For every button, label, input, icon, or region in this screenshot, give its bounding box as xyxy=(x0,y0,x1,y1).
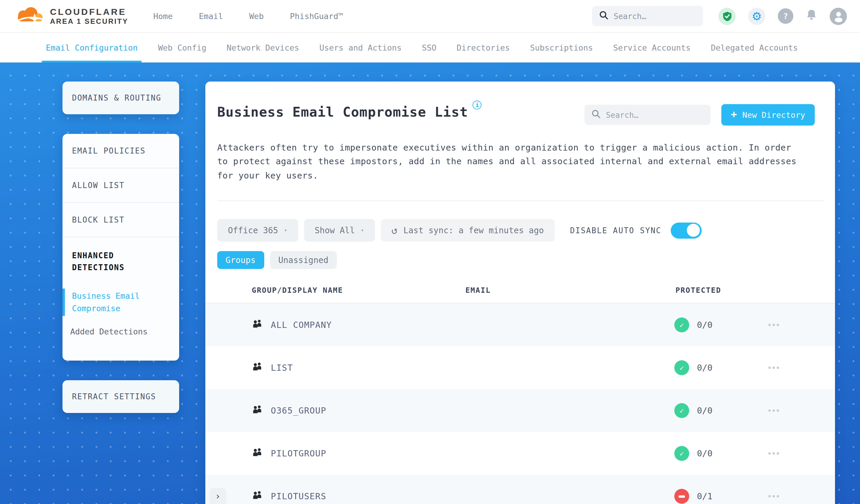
sidebar-item-business-email-compromise[interactable]: Business Email Compromise xyxy=(62,289,179,316)
tab-sso[interactable]: SSO xyxy=(412,33,447,62)
table-row[interactable]: O365_GROUP ✓ 0/0 xyxy=(205,389,835,432)
last-sync-text: Last sync: a few minutes ago xyxy=(403,226,544,235)
row-actions-button[interactable] xyxy=(768,410,771,412)
expand-row-button[interactable]: › xyxy=(210,488,226,504)
notifications-bell-icon[interactable] xyxy=(806,9,817,23)
column-group-display-name: GROUP/DISPLAY NAME xyxy=(252,286,343,295)
main-panel: Business Email Compromise Listi Search… … xyxy=(205,82,835,504)
protected-count: 0/1 xyxy=(697,492,713,501)
group-icon xyxy=(252,362,263,374)
sidebar-item-block-list[interactable]: BLOCK LIST xyxy=(62,203,179,237)
group-icon xyxy=(252,405,263,417)
refresh-icon[interactable]: ↺ xyxy=(391,225,398,236)
sidebar-item-domains-routing[interactable]: DOMAINS & ROUTING xyxy=(62,82,179,114)
search-icon xyxy=(599,11,608,22)
info-icon[interactable]: i xyxy=(473,101,482,110)
app-root: CLOUDFLARE AREA 1 SECURITY Home Email We… xyxy=(0,0,860,504)
unprotected-minus-badge xyxy=(674,489,689,504)
content-area: DOMAINS & ROUTING EMAIL POLICIES ALLOW L… xyxy=(0,62,860,504)
table-row[interactable]: › PILOTUSERS 0/1 xyxy=(205,475,835,504)
list-search-placeholder: Search… xyxy=(606,110,639,119)
tab-groups[interactable]: Groups xyxy=(217,251,264,269)
global-search-placeholder: Search… xyxy=(614,12,646,20)
sidebar-item-added-detections[interactable]: Added Detections xyxy=(62,324,179,339)
column-protected: PROTECTED xyxy=(675,286,721,295)
search-icon xyxy=(591,109,601,120)
topbar: CLOUDFLARE AREA 1 SECURITY Home Email We… xyxy=(0,0,860,33)
cloudflare-cloud-icon xyxy=(13,5,44,27)
row-actions-button[interactable] xyxy=(768,367,771,369)
group-name: LIST xyxy=(271,363,293,373)
settings-gear-icon[interactable]: ⚙ xyxy=(748,8,765,25)
protected-count: 0/0 xyxy=(697,320,713,330)
plus-icon: + xyxy=(731,108,737,120)
protected-count: 0/0 xyxy=(697,363,713,373)
group-name: PILOTUSERS xyxy=(271,492,327,501)
sidebar-item-allow-list[interactable]: ALLOW LIST xyxy=(62,168,179,203)
protected-check-badge: ✓ xyxy=(674,403,689,418)
column-email: EMAIL xyxy=(465,286,491,295)
sidebar: DOMAINS & ROUTING EMAIL POLICIES ALLOW L… xyxy=(62,82,179,433)
page-title: Business Email Compromise List xyxy=(217,104,468,120)
brand-name: CLOUDFLARE xyxy=(50,7,128,17)
group-icon xyxy=(252,491,263,502)
group-icon xyxy=(252,319,263,331)
section-tabs: Email Configuration Web Config Network D… xyxy=(0,33,860,62)
tab-unassigned[interactable]: Unassigned xyxy=(270,251,337,269)
row-actions-button[interactable] xyxy=(768,324,771,326)
page-description: Attackers often try to impersonate execu… xyxy=(217,141,799,183)
cloudflare-logo[interactable]: CLOUDFLARE AREA 1 SECURITY xyxy=(13,5,128,27)
last-sync-status: ↺ Last sync: a few minutes ago xyxy=(381,219,555,242)
divider xyxy=(217,201,823,201)
tab-users-and-actions[interactable]: Users and Actions xyxy=(309,33,412,62)
group-icon xyxy=(252,448,263,459)
protected-check-badge: ✓ xyxy=(674,361,689,375)
chevron-down-icon: ▾ xyxy=(284,228,287,233)
directory-select[interactable]: Office 365 ▾ xyxy=(217,219,298,242)
group-name: ALL COMPANY xyxy=(271,320,332,330)
top-nav: Home Email Web PhishGuard™ xyxy=(153,11,343,21)
chevron-right-icon: › xyxy=(215,491,220,502)
auto-sync-label: DISABLE AUTO SYNC xyxy=(570,226,661,235)
protected-count: 0/0 xyxy=(697,406,713,416)
sidebar-item-email-policies[interactable]: EMAIL POLICIES xyxy=(62,134,179,168)
tab-email-configuration[interactable]: Email Configuration xyxy=(36,33,148,62)
sidebar-item-enhanced-detections[interactable]: ENHANCED DETECTIONS xyxy=(62,237,179,287)
protected-check-badge: ✓ xyxy=(674,446,689,461)
brand-subname: AREA 1 SECURITY xyxy=(50,17,128,25)
sidebar-item-retract-settings[interactable]: RETRACT SETTINGS xyxy=(62,380,179,413)
help-icon[interactable]: ? xyxy=(778,8,793,24)
nav-phishguard[interactable]: PhishGuard™ xyxy=(290,11,343,21)
tab-subscriptions[interactable]: Subscriptions xyxy=(520,33,603,62)
tab-directories[interactable]: Directories xyxy=(446,33,520,62)
table-row[interactable]: ALL COMPANY ✓ 0/0 xyxy=(205,304,835,347)
row-actions-button[interactable] xyxy=(768,495,771,498)
nav-email[interactable]: Email xyxy=(199,11,223,21)
tab-network-devices[interactable]: Network Devices xyxy=(216,33,309,62)
table-row[interactable]: LIST ✓ 0/0 xyxy=(205,347,835,389)
global-search-input[interactable]: Search… xyxy=(592,6,703,26)
auto-sync-toggle[interactable] xyxy=(671,222,702,239)
protected-count: 0/0 xyxy=(697,449,713,459)
sidebar-policies-card: EMAIL POLICIES ALLOW LIST BLOCK LIST ENH… xyxy=(62,134,179,361)
tab-web-config[interactable]: Web Config xyxy=(148,33,217,62)
chevron-down-icon: ▾ xyxy=(361,228,364,233)
nav-web[interactable]: Web xyxy=(249,11,264,21)
tab-delegated-accounts[interactable]: Delegated Accounts xyxy=(701,33,808,62)
row-actions-button[interactable] xyxy=(768,452,771,455)
security-shield-icon[interactable] xyxy=(718,8,736,25)
list-search-input[interactable]: Search… xyxy=(585,105,711,125)
table-header: GROUP/DISPLAY NAME EMAIL PROTECTED xyxy=(205,286,835,304)
show-filter-select[interactable]: Show All ▾ xyxy=(304,219,375,242)
user-avatar[interactable] xyxy=(830,8,847,25)
group-name: PILOTGROUP xyxy=(271,449,327,459)
nav-home[interactable]: Home xyxy=(153,11,173,21)
table-row[interactable]: PILOTGROUP ✓ 0/0 xyxy=(205,432,835,475)
new-directory-button[interactable]: + New Directory xyxy=(721,104,815,126)
group-name: O365_GROUP xyxy=(271,406,327,416)
tab-service-accounts[interactable]: Service Accounts xyxy=(603,33,701,62)
protected-check-badge: ✓ xyxy=(674,318,689,333)
groups-table: GROUP/DISPLAY NAME EMAIL PROTECTED ALL C… xyxy=(205,286,835,504)
